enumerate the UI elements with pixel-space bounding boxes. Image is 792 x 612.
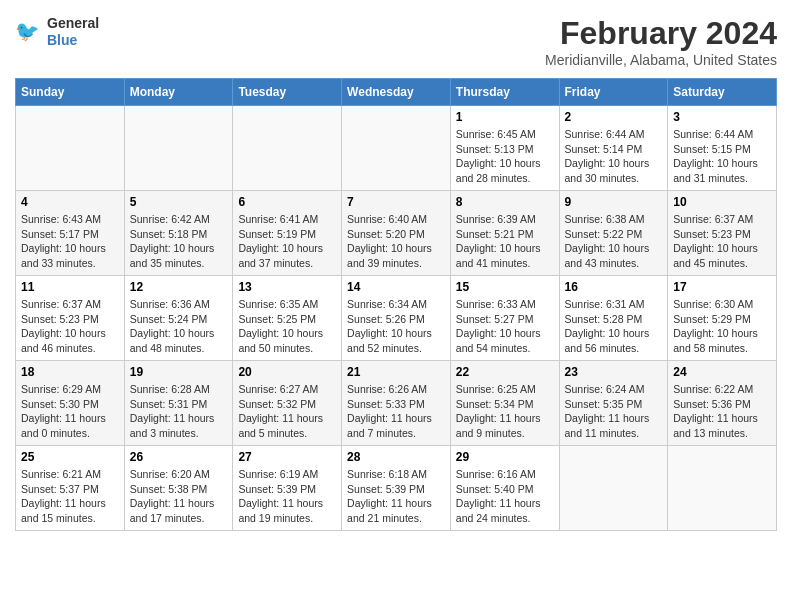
- day-info: Sunrise: 6:39 AM Sunset: 5:21 PM Dayligh…: [456, 212, 554, 271]
- day-info: Sunrise: 6:41 AM Sunset: 5:19 PM Dayligh…: [238, 212, 336, 271]
- calendar-cell: 20Sunrise: 6:27 AM Sunset: 5:32 PM Dayli…: [233, 361, 342, 446]
- calendar-cell: 1Sunrise: 6:45 AM Sunset: 5:13 PM Daylig…: [450, 106, 559, 191]
- day-number: 29: [456, 450, 554, 464]
- day-number: 1: [456, 110, 554, 124]
- day-info: Sunrise: 6:40 AM Sunset: 5:20 PM Dayligh…: [347, 212, 445, 271]
- day-info: Sunrise: 6:29 AM Sunset: 5:30 PM Dayligh…: [21, 382, 119, 441]
- calendar-cell: 16Sunrise: 6:31 AM Sunset: 5:28 PM Dayli…: [559, 276, 668, 361]
- day-number: 20: [238, 365, 336, 379]
- day-number: 26: [130, 450, 228, 464]
- calendar-cell: 28Sunrise: 6:18 AM Sunset: 5:39 PM Dayli…: [342, 446, 451, 531]
- day-number: 21: [347, 365, 445, 379]
- logo-icon: 🐦: [15, 18, 43, 46]
- month-title: February 2024: [545, 15, 777, 52]
- calendar-cell: 2Sunrise: 6:44 AM Sunset: 5:14 PM Daylig…: [559, 106, 668, 191]
- day-header-thursday: Thursday: [450, 79, 559, 106]
- day-info: Sunrise: 6:27 AM Sunset: 5:32 PM Dayligh…: [238, 382, 336, 441]
- day-info: Sunrise: 6:44 AM Sunset: 5:15 PM Dayligh…: [673, 127, 771, 186]
- day-number: 3: [673, 110, 771, 124]
- day-number: 11: [21, 280, 119, 294]
- calendar-body: 1Sunrise: 6:45 AM Sunset: 5:13 PM Daylig…: [16, 106, 777, 531]
- day-header-wednesday: Wednesday: [342, 79, 451, 106]
- calendar-cell: 18Sunrise: 6:29 AM Sunset: 5:30 PM Dayli…: [16, 361, 125, 446]
- day-number: 22: [456, 365, 554, 379]
- day-number: 19: [130, 365, 228, 379]
- day-number: 15: [456, 280, 554, 294]
- calendar-week-4: 18Sunrise: 6:29 AM Sunset: 5:30 PM Dayli…: [16, 361, 777, 446]
- day-number: 9: [565, 195, 663, 209]
- day-info: Sunrise: 6:44 AM Sunset: 5:14 PM Dayligh…: [565, 127, 663, 186]
- calendar-cell: [668, 446, 777, 531]
- day-number: 23: [565, 365, 663, 379]
- calendar-cell: 4Sunrise: 6:43 AM Sunset: 5:17 PM Daylig…: [16, 191, 125, 276]
- calendar-cell: 9Sunrise: 6:38 AM Sunset: 5:22 PM Daylig…: [559, 191, 668, 276]
- day-number: 14: [347, 280, 445, 294]
- day-number: 17: [673, 280, 771, 294]
- day-number: 8: [456, 195, 554, 209]
- day-number: 10: [673, 195, 771, 209]
- calendar-cell: [124, 106, 233, 191]
- calendar-cell: 21Sunrise: 6:26 AM Sunset: 5:33 PM Dayli…: [342, 361, 451, 446]
- title-block: February 2024 Meridianville, Alabama, Un…: [545, 15, 777, 68]
- logo: 🐦 General Blue: [15, 15, 99, 49]
- calendar-cell: 10Sunrise: 6:37 AM Sunset: 5:23 PM Dayli…: [668, 191, 777, 276]
- page-header: 🐦 General Blue February 2024 Meridianvil…: [15, 15, 777, 68]
- day-number: 5: [130, 195, 228, 209]
- calendar-week-1: 1Sunrise: 6:45 AM Sunset: 5:13 PM Daylig…: [16, 106, 777, 191]
- calendar-cell: 23Sunrise: 6:24 AM Sunset: 5:35 PM Dayli…: [559, 361, 668, 446]
- day-info: Sunrise: 6:38 AM Sunset: 5:22 PM Dayligh…: [565, 212, 663, 271]
- header-row: SundayMondayTuesdayWednesdayThursdayFrid…: [16, 79, 777, 106]
- calendar-cell: 19Sunrise: 6:28 AM Sunset: 5:31 PM Dayli…: [124, 361, 233, 446]
- day-info: Sunrise: 6:18 AM Sunset: 5:39 PM Dayligh…: [347, 467, 445, 526]
- day-number: 12: [130, 280, 228, 294]
- calendar-cell: 13Sunrise: 6:35 AM Sunset: 5:25 PM Dayli…: [233, 276, 342, 361]
- day-header-friday: Friday: [559, 79, 668, 106]
- day-header-sunday: Sunday: [16, 79, 125, 106]
- calendar-cell: [559, 446, 668, 531]
- day-info: Sunrise: 6:42 AM Sunset: 5:18 PM Dayligh…: [130, 212, 228, 271]
- calendar-week-5: 25Sunrise: 6:21 AM Sunset: 5:37 PM Dayli…: [16, 446, 777, 531]
- day-info: Sunrise: 6:37 AM Sunset: 5:23 PM Dayligh…: [21, 297, 119, 356]
- calendar-cell: 29Sunrise: 6:16 AM Sunset: 5:40 PM Dayli…: [450, 446, 559, 531]
- logo-text: General Blue: [47, 15, 99, 49]
- calendar-cell: 27Sunrise: 6:19 AM Sunset: 5:39 PM Dayli…: [233, 446, 342, 531]
- calendar-cell: [16, 106, 125, 191]
- day-info: Sunrise: 6:26 AM Sunset: 5:33 PM Dayligh…: [347, 382, 445, 441]
- day-info: Sunrise: 6:30 AM Sunset: 5:29 PM Dayligh…: [673, 297, 771, 356]
- day-info: Sunrise: 6:45 AM Sunset: 5:13 PM Dayligh…: [456, 127, 554, 186]
- calendar-cell: 26Sunrise: 6:20 AM Sunset: 5:38 PM Dayli…: [124, 446, 233, 531]
- calendar-cell: [233, 106, 342, 191]
- day-number: 7: [347, 195, 445, 209]
- calendar-cell: 12Sunrise: 6:36 AM Sunset: 5:24 PM Dayli…: [124, 276, 233, 361]
- day-info: Sunrise: 6:19 AM Sunset: 5:39 PM Dayligh…: [238, 467, 336, 526]
- calendar-cell: 5Sunrise: 6:42 AM Sunset: 5:18 PM Daylig…: [124, 191, 233, 276]
- day-header-monday: Monday: [124, 79, 233, 106]
- calendar-cell: 7Sunrise: 6:40 AM Sunset: 5:20 PM Daylig…: [342, 191, 451, 276]
- day-info: Sunrise: 6:36 AM Sunset: 5:24 PM Dayligh…: [130, 297, 228, 356]
- day-header-saturday: Saturday: [668, 79, 777, 106]
- day-info: Sunrise: 6:16 AM Sunset: 5:40 PM Dayligh…: [456, 467, 554, 526]
- day-info: Sunrise: 6:22 AM Sunset: 5:36 PM Dayligh…: [673, 382, 771, 441]
- calendar-cell: 22Sunrise: 6:25 AM Sunset: 5:34 PM Dayli…: [450, 361, 559, 446]
- day-number: 24: [673, 365, 771, 379]
- day-info: Sunrise: 6:31 AM Sunset: 5:28 PM Dayligh…: [565, 297, 663, 356]
- day-number: 27: [238, 450, 336, 464]
- day-info: Sunrise: 6:25 AM Sunset: 5:34 PM Dayligh…: [456, 382, 554, 441]
- calendar-table: SundayMondayTuesdayWednesdayThursdayFrid…: [15, 78, 777, 531]
- day-header-tuesday: Tuesday: [233, 79, 342, 106]
- calendar-cell: 3Sunrise: 6:44 AM Sunset: 5:15 PM Daylig…: [668, 106, 777, 191]
- calendar-cell: 17Sunrise: 6:30 AM Sunset: 5:29 PM Dayli…: [668, 276, 777, 361]
- calendar-cell: 11Sunrise: 6:37 AM Sunset: 5:23 PM Dayli…: [16, 276, 125, 361]
- day-info: Sunrise: 6:35 AM Sunset: 5:25 PM Dayligh…: [238, 297, 336, 356]
- day-number: 13: [238, 280, 336, 294]
- day-number: 28: [347, 450, 445, 464]
- calendar-cell: 6Sunrise: 6:41 AM Sunset: 5:19 PM Daylig…: [233, 191, 342, 276]
- day-info: Sunrise: 6:20 AM Sunset: 5:38 PM Dayligh…: [130, 467, 228, 526]
- day-number: 18: [21, 365, 119, 379]
- calendar-cell: 24Sunrise: 6:22 AM Sunset: 5:36 PM Dayli…: [668, 361, 777, 446]
- day-info: Sunrise: 6:43 AM Sunset: 5:17 PM Dayligh…: [21, 212, 119, 271]
- day-number: 4: [21, 195, 119, 209]
- calendar-week-2: 4Sunrise: 6:43 AM Sunset: 5:17 PM Daylig…: [16, 191, 777, 276]
- calendar-cell: 25Sunrise: 6:21 AM Sunset: 5:37 PM Dayli…: [16, 446, 125, 531]
- calendar-cell: [342, 106, 451, 191]
